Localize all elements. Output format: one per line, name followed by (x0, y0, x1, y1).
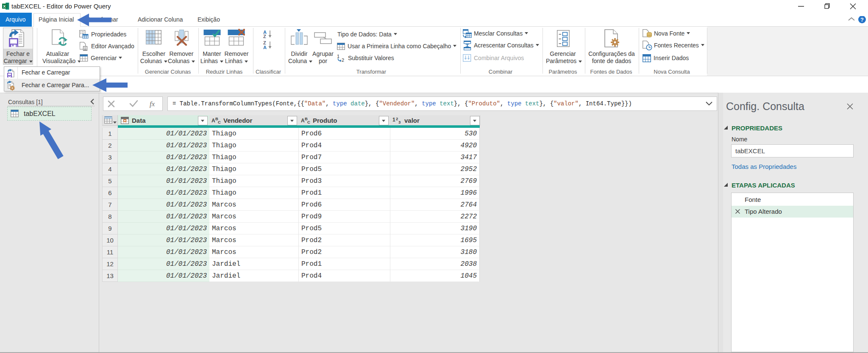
svg-text:2: 2 (342, 58, 344, 62)
svg-text:?: ? (860, 17, 864, 23)
svg-text:fx: fx (150, 100, 155, 108)
svg-text:1: 1 (392, 117, 395, 123)
svg-text:A: A (263, 45, 267, 50)
svg-text:A: A (211, 118, 215, 124)
svg-text:A: A (301, 118, 305, 124)
svg-text:Z: Z (263, 34, 266, 38)
svg-text:1: 1 (337, 54, 339, 59)
svg-text:3: 3 (398, 120, 401, 124)
svg-text:2: 2 (396, 116, 398, 121)
svg-text:C: C (218, 120, 221, 124)
svg-text:C: C (307, 120, 310, 124)
svg-text:X: X (3, 4, 6, 8)
